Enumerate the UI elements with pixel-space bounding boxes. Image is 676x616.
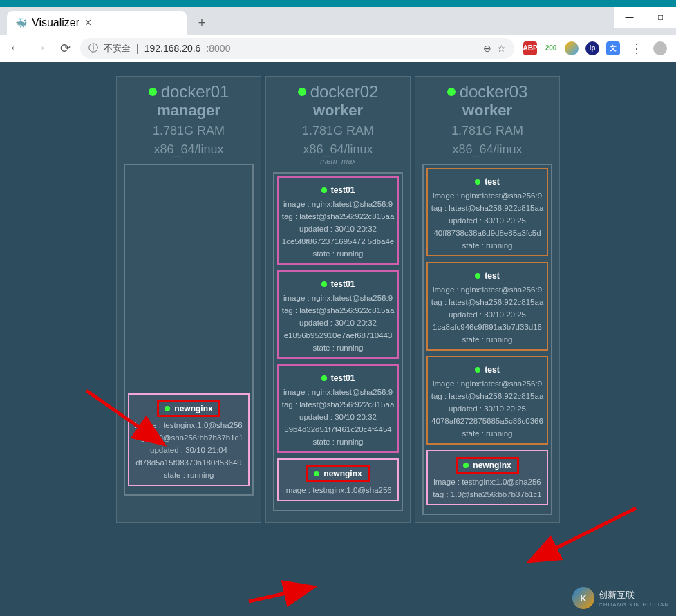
docker-icon: 🐳 xyxy=(15,17,26,28)
minimize-button[interactable]: — xyxy=(614,7,645,28)
node-docker01: docker01 manager 1.781G RAM x86_64/linux… xyxy=(116,76,261,523)
container-detail: tag : latest@sha256:922c815aa xyxy=(431,298,544,306)
container-card: testimage : nginx:latest@sha256:9tag : l… xyxy=(426,356,548,445)
container-detail: 59b4d32d51f7f461c20c4f4454 xyxy=(281,425,395,433)
container-detail: 4078af6272875685a5c86c0366 xyxy=(431,417,544,425)
container-detail: image : nginx:latest@sha256:9 xyxy=(431,192,544,200)
close-icon[interactable]: × xyxy=(85,17,91,29)
container-detail: image : nginx:latest@sha256:9 xyxy=(281,388,395,396)
address-bar[interactable]: ⓘ 不安全 | 192.168.20.6:8000 ⊖ ☆ xyxy=(80,38,514,59)
node-ram: 1.781G RAM xyxy=(415,124,559,138)
container-detail: 1ca8afc946c9f891a3b7d33d16 xyxy=(431,323,544,331)
container-detail: 1ce5f8f8672371695472 5dba4e xyxy=(281,237,395,245)
container-detail: image : nginx:latest@sha256:9 xyxy=(281,200,395,208)
status-dot-icon xyxy=(149,88,157,96)
extension-badge[interactable]: 200 xyxy=(544,41,558,55)
container-detail: image : nginx:latest@sha256:9 xyxy=(281,294,395,302)
container-name: test01 xyxy=(321,279,355,289)
container-card: newnginximage : testnginx:1.0@sha256 xyxy=(277,458,399,501)
container-detail: tag : 1.0@sha256:bb7b37b1c1 xyxy=(431,490,544,498)
ip-icon[interactable]: ip xyxy=(585,41,599,55)
node-title: docker01 xyxy=(117,82,261,102)
watermark: K 创新互联 CHUANG XIN HU LIAN xyxy=(572,587,669,609)
extension-icon[interactable] xyxy=(565,41,579,55)
container-name: test01 xyxy=(321,185,355,195)
node-arch: x86_64/linux xyxy=(117,142,261,157)
svg-line-2 xyxy=(249,588,311,601)
visualizer-app: docker01 manager 1.781G RAM x86_64/linux… xyxy=(0,62,676,616)
status-dot-icon xyxy=(475,273,480,279)
container-detail: image : nginx:latest@sha256:9 xyxy=(431,286,544,294)
node-ram: 1.781G RAM xyxy=(266,124,410,138)
browser-toolbar: ← → ⟳ ⓘ 不安全 | 192.168.20.6:8000 ⊖ ☆ ABP … xyxy=(0,35,676,62)
container-detail: tag : latest@sha256:922c815aa xyxy=(281,306,395,315)
container-detail: state : running xyxy=(431,429,544,438)
status-dot-icon xyxy=(298,88,306,96)
container-detail: updated : 30/10 20:25 xyxy=(431,310,544,319)
forward-button: → xyxy=(30,39,50,58)
status-dot-icon xyxy=(321,281,327,287)
container-card: newnginximage : testnginx:1.0@sha256tag … xyxy=(128,393,250,486)
container-detail: state : running xyxy=(281,250,395,258)
node-role: manager xyxy=(117,102,261,120)
zoom-icon[interactable]: ⊖ xyxy=(483,43,491,54)
node-arch: x86_64/linux xyxy=(415,142,559,157)
container-detail: e1856b952910e7aef68710443 xyxy=(281,331,395,339)
node-role: worker xyxy=(415,102,559,120)
window-titlebar xyxy=(0,0,676,7)
extension-icons: ABP 200 ip 文 ⋮ xyxy=(520,39,670,58)
reload-button[interactable]: ⟳ xyxy=(55,39,75,58)
node-arch: x86_64/linux xyxy=(266,142,410,157)
watermark-brand: 创新互联 xyxy=(599,589,669,601)
container-detail: tag : latest@sha256:922c815aa xyxy=(431,204,544,212)
security-label: 不安全 xyxy=(104,42,131,55)
container-detail: updated : 30/10 20:32 xyxy=(281,413,395,421)
back-button[interactable]: ← xyxy=(6,39,25,58)
container-detail: state : running xyxy=(281,438,395,446)
container-detail: 40ff8738c38a6d9d8e85a3fc5d xyxy=(431,229,544,237)
container-detail: tag : latest@sha256:922c815aa xyxy=(281,212,395,221)
container-detail: updated : 30/10 20:32 xyxy=(281,319,395,327)
containers-col0: newnginximage : testnginx:1.0@sha256tag … xyxy=(124,164,254,496)
menu-icon[interactable]: ⋮ xyxy=(627,39,646,58)
tab-title: Visualizer xyxy=(32,17,79,29)
watermark-logo-icon: K xyxy=(572,587,594,609)
status-dot-icon xyxy=(165,406,170,411)
container-name: test xyxy=(475,365,499,375)
container-detail: updated : 30/10 20:32 xyxy=(281,225,395,233)
container-card: testimage : nginx:latest@sha256:9tag : l… xyxy=(426,262,548,351)
container-detail: tag : 1.0@sha256:bb7b37b1c1 xyxy=(132,433,245,442)
separator: | xyxy=(136,43,139,54)
new-tab-button[interactable]: + xyxy=(192,13,212,32)
status-dot-icon xyxy=(447,88,456,96)
container-detail: image : nginx:latest@sha256:9 xyxy=(431,380,544,388)
container-detail: state : running xyxy=(281,344,395,352)
containers-col1: test01image : nginx:latest@sha256:9tag :… xyxy=(273,172,403,511)
profile-icon[interactable] xyxy=(653,41,667,55)
container-detail: tag : latest@sha256:922c815aa xyxy=(431,392,544,400)
container-name: newnginx xyxy=(456,457,518,474)
adblock-icon[interactable]: ABP xyxy=(523,41,537,55)
node-ram: 1.781G RAM xyxy=(117,124,261,138)
container-name: test xyxy=(475,271,499,281)
container-detail: updated : 30/10 20:25 xyxy=(431,404,544,413)
container-detail: state : running xyxy=(431,241,544,250)
container-name: test xyxy=(475,177,499,187)
container-detail: image : testnginx:1.0@sha256 xyxy=(281,486,395,494)
status-dot-icon xyxy=(314,471,319,476)
browser-tab[interactable]: 🐳 Visualizer × xyxy=(7,11,187,35)
star-icon[interactable]: ☆ xyxy=(497,43,506,54)
mem-note: mem=max xyxy=(266,157,410,165)
node-title: docker03 xyxy=(415,82,559,102)
url-port: :8000 xyxy=(206,43,230,54)
container-detail: df78d5a15f08370a180d53649 xyxy=(132,458,245,467)
container-detail: updated : 30/10 20:25 xyxy=(431,216,544,225)
node-docker03: docker03 worker 1.781G RAM x86_64/linux … xyxy=(415,76,560,523)
translate-icon[interactable]: 文 xyxy=(606,41,620,55)
node-docker02: docker02 worker 1.781G RAM x86_64/linux … xyxy=(265,76,411,523)
tab-bar: 🐳 Visualizer × + xyxy=(0,7,676,35)
window-controls: — □ ✕ xyxy=(614,7,676,28)
node-role: worker xyxy=(266,102,410,120)
container-detail: state : running xyxy=(132,471,245,479)
maximize-button[interactable]: □ xyxy=(645,7,676,28)
